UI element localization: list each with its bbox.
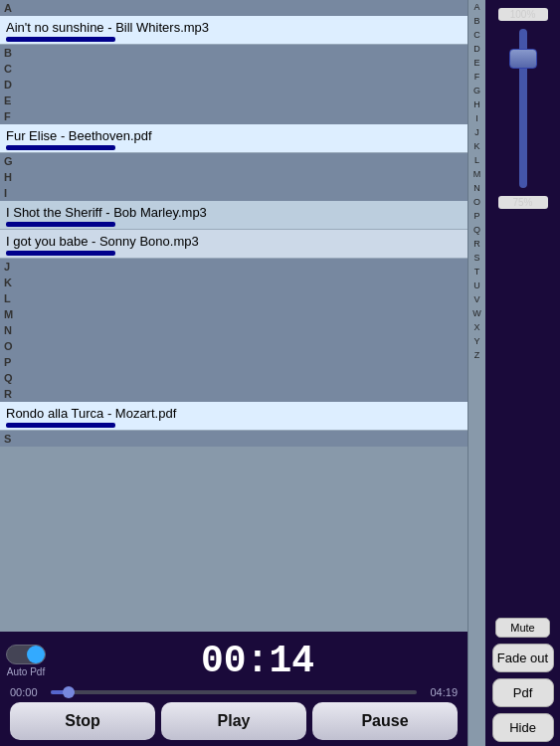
section-header-n: N xyxy=(0,322,467,338)
volume-top-label: 100% xyxy=(498,8,548,21)
transport-buttons: Stop Play Pause xyxy=(6,702,462,740)
section-header-j: J xyxy=(0,259,467,275)
list-item[interactable]: I got you babe - Sonny Bono.mp3 xyxy=(0,230,467,259)
list-item-bar xyxy=(6,423,115,428)
section-header-k: K xyxy=(0,275,467,290)
alpha-letter-b[interactable]: B xyxy=(468,14,485,28)
alpha-letter-x[interactable]: X xyxy=(468,320,485,334)
bottom-controls: Auto Pdf 00:14 00:00 04:19 Stop Play Pau… xyxy=(0,632,467,746)
section-header-b: B xyxy=(0,45,467,61)
auto-pdf-label: Auto Pdf xyxy=(7,666,45,677)
alpha-letter-d[interactable]: D xyxy=(468,42,485,56)
time-end: 04:19 xyxy=(423,686,458,698)
section-header-g: G xyxy=(0,153,467,169)
pause-button[interactable]: Pause xyxy=(312,702,458,740)
alpha-letter-h[interactable]: H xyxy=(468,97,485,111)
alpha-letter-k[interactable]: K xyxy=(468,139,485,153)
alpha-letter-n[interactable]: N xyxy=(468,181,485,195)
alpha-letter-y[interactable]: Y xyxy=(468,334,485,348)
list-item-title: Fur Elise - Beethoven.pdf xyxy=(6,128,462,143)
alpha-letter-i[interactable]: I xyxy=(468,111,485,125)
volume-slider-container: 75% xyxy=(503,25,543,610)
fade-out-button[interactable]: Fade out xyxy=(492,644,554,672)
list-item-bar xyxy=(6,37,115,42)
section-header-o: O xyxy=(0,338,467,354)
alpha-letter-a[interactable]: A xyxy=(468,0,485,14)
progress-thumb[interactable] xyxy=(63,686,75,698)
section-header-a: A xyxy=(0,0,467,16)
mute-button[interactable]: Mute xyxy=(495,618,550,638)
play-button[interactable]: Play xyxy=(161,702,306,740)
alpha-letter-j[interactable]: J xyxy=(468,125,485,139)
section-header-l: L xyxy=(0,290,467,306)
alpha-letter-w[interactable]: W xyxy=(468,306,485,320)
list-item-title: Rondo alla Turca - Mozart.pdf xyxy=(6,406,462,421)
alpha-letter-v[interactable]: V xyxy=(468,292,485,306)
alpha-letter-z[interactable]: Z xyxy=(468,348,485,362)
list-item[interactable]: I Shot the Sheriff - Bob Marley.mp3 xyxy=(0,201,467,230)
alpha-letter-l[interactable]: L xyxy=(468,153,485,167)
alpha-letter-o[interactable]: O xyxy=(468,195,485,209)
file-list[interactable]: AAin't no sunshine - Bill Whiters.mp3BCD… xyxy=(0,0,467,632)
section-header-d: D xyxy=(0,77,467,93)
alpha-letter-c[interactable]: C xyxy=(468,28,485,42)
list-item-bar xyxy=(6,145,115,150)
list-item[interactable]: Ain't no sunshine - Bill Whiters.mp3 xyxy=(0,16,467,45)
alpha-letter-t[interactable]: T xyxy=(468,265,485,279)
alpha-letter-u[interactable]: U xyxy=(468,279,485,292)
time-start: 00:00 xyxy=(10,686,45,698)
stop-button[interactable]: Stop xyxy=(10,702,155,740)
list-item-bar xyxy=(6,222,115,227)
volume-slider-thumb[interactable] xyxy=(509,49,537,69)
auto-pdf-toggle-area: Auto Pdf xyxy=(6,645,46,677)
section-header-r: R xyxy=(0,386,467,402)
list-item-title: I got you babe - Sonny Bono.mp3 xyxy=(6,234,462,249)
alpha-letter-e[interactable]: E xyxy=(468,56,485,70)
list-item[interactable]: Rondo alla Turca - Mozart.pdf xyxy=(0,402,467,431)
alpha-letter-f[interactable]: F xyxy=(468,70,485,84)
auto-pdf-toggle[interactable] xyxy=(6,645,46,664)
pdf-button[interactable]: Pdf xyxy=(492,678,554,707)
right-panel: 100% 75% Mute Fade out Pdf Hide xyxy=(485,0,560,746)
section-header-q: Q xyxy=(0,370,467,386)
section-header-h: H xyxy=(0,169,467,185)
section-header-m: M xyxy=(0,306,467,322)
timer-display: 00:14 xyxy=(54,640,462,682)
alpha-letter-s[interactable]: S xyxy=(468,251,485,265)
list-item[interactable]: Fur Elise - Beethoven.pdf xyxy=(0,124,467,153)
volume-mid-label: 75% xyxy=(498,196,548,209)
hide-button[interactable]: Hide xyxy=(492,713,554,742)
alpha-letter-m[interactable]: M xyxy=(468,167,485,181)
section-header-i: I xyxy=(0,185,467,201)
alpha-letter-r[interactable]: R xyxy=(468,237,485,251)
section-header-s: S xyxy=(0,431,467,447)
section-header-p: P xyxy=(0,354,467,370)
section-header-e: E xyxy=(0,93,467,108)
alpha-letter-g[interactable]: G xyxy=(468,84,485,97)
progress-row: 00:00 04:19 xyxy=(6,686,462,698)
alphabet-sidebar[interactable]: ABCDEFGHIJKLMNOPQRSTUVWXYZ xyxy=(467,0,485,746)
volume-slider-track[interactable] xyxy=(519,29,527,188)
alpha-letter-p[interactable]: P xyxy=(468,209,485,223)
progress-track[interactable] xyxy=(51,690,417,694)
section-header-c: C xyxy=(0,61,467,77)
list-item-bar xyxy=(6,251,115,256)
toggle-knob xyxy=(27,646,45,663)
list-item-title: I Shot the Sheriff - Bob Marley.mp3 xyxy=(6,205,462,220)
alpha-letter-q[interactable]: Q xyxy=(468,223,485,237)
section-header-f: F xyxy=(0,108,467,124)
list-item-title: Ain't no sunshine - Bill Whiters.mp3 xyxy=(6,20,462,35)
